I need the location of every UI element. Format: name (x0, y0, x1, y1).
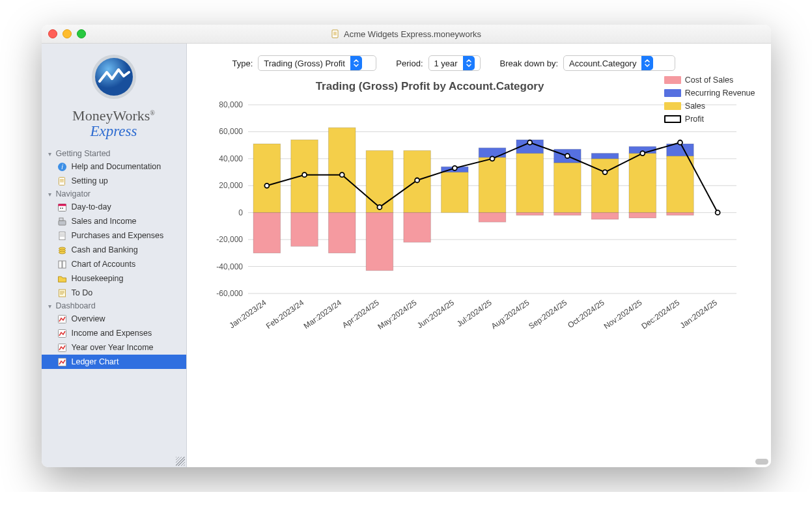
bar-segment (328, 213, 356, 253)
period-select-value: 1 year (429, 59, 463, 68)
bar-segment (553, 213, 581, 215)
nav-item[interactable]: Year over Year Income (42, 340, 186, 355)
legend-item: Recurring Revenue (664, 87, 755, 100)
svg-rect-10 (60, 180, 64, 181)
bar-segment (629, 154, 656, 213)
nav-group-header[interactable]: ▾Dashboard (42, 300, 186, 312)
svg-text:-40,000: -40,000 (216, 262, 243, 271)
doc-icon (57, 176, 67, 186)
bar-segment (403, 213, 430, 243)
x-tick-label: Jul:2024/25 (455, 298, 493, 329)
breakdown-select[interactable]: Account.Category (563, 55, 675, 71)
svg-rect-16 (59, 221, 66, 225)
main-content: Type: Trading (Gross) Profit Period: 1 y… (187, 44, 771, 467)
nav-item-label: Purchases and Expenses (72, 231, 164, 240)
nav-item[interactable]: Sales and Income (42, 214, 186, 228)
nav-item[interactable]: Ledger Chart (42, 355, 186, 369)
svg-rect-3 (333, 34, 337, 35)
nav-item-label: Cash and Banking (72, 245, 138, 254)
bar-segment (666, 213, 693, 215)
profit-point (677, 141, 682, 145)
chart-svg: -60,000-40,000-20,000020,00040,00060,000… (203, 98, 743, 346)
nav-item[interactable]: Cash and Banking (42, 243, 186, 257)
nav-item-label: Overview (72, 314, 105, 323)
resize-grip-icon[interactable] (176, 457, 185, 466)
calendar-icon (57, 202, 67, 212)
chart-icon (57, 343, 67, 353)
bar-segment (366, 213, 393, 271)
nav-group-header[interactable]: ▾Getting Started (42, 148, 186, 159)
bar-segment (553, 163, 581, 213)
svg-text:40,000: 40,000 (219, 154, 243, 163)
profit-point (415, 178, 419, 183)
nav-item[interactable]: iHelp and Documentation (42, 159, 186, 174)
chart-legend: Cost of SalesRecurring RevenueSalesProfi… (664, 74, 755, 126)
legend-label: Profit (685, 115, 704, 124)
coins-icon (57, 245, 67, 255)
book-icon (57, 260, 67, 269)
svg-text:80,000: 80,000 (219, 100, 243, 109)
x-tick-label: Nov:2024/25 (602, 298, 643, 331)
sidebar: MoneyWorks® Express ▾Getting StartediHel… (42, 44, 187, 467)
nav-item[interactable]: Setting up (42, 174, 186, 188)
svg-rect-9 (60, 179, 64, 180)
legend-item: Cost of Sales (664, 74, 755, 87)
svg-text:0: 0 (238, 208, 243, 217)
scroll-thumb[interactable] (755, 459, 768, 465)
chart-icon (57, 357, 67, 367)
period-label: Period: (396, 59, 423, 68)
nav-item-label: Year over Year Income (72, 343, 154, 352)
nav-tree: ▾Getting StartediHelp and DocumentationS… (42, 144, 186, 369)
brand-sub: Express (42, 123, 186, 140)
nav-item[interactable]: Income and Expenses (42, 326, 186, 340)
x-tick-label: Jan:2024/25 (678, 298, 718, 331)
disclosure-triangle-icon: ▾ (47, 150, 53, 157)
legend-label: Sales (685, 102, 705, 111)
chart-icon (57, 329, 67, 338)
bar-segment (253, 213, 281, 253)
x-tick-label: Jun:2024/25 (415, 298, 455, 331)
profit-point (377, 205, 382, 210)
chart-area: Cost of SalesRecurring RevenueSalesProfi… (203, 80, 755, 360)
nav-item[interactable]: Housekeeping (42, 271, 186, 286)
document-icon (331, 29, 340, 38)
profit-point (715, 210, 720, 215)
nav-group-header[interactable]: ▾Navigator (42, 188, 186, 200)
nav-item-label: Ledger Chart (72, 357, 119, 366)
bar-segment (479, 213, 506, 223)
period-select[interactable]: 1 year (428, 55, 481, 71)
nav-item[interactable]: Chart of Accounts (42, 257, 186, 271)
bar-segment (290, 213, 318, 247)
nav-item-label: Sales and Income (72, 217, 137, 226)
profit-point (527, 141, 532, 145)
profit-point (640, 151, 645, 156)
profit-point (302, 172, 307, 177)
folder-icon (57, 274, 67, 284)
legend-swatch-icon (664, 76, 681, 84)
svg-text:20,000: 20,000 (219, 181, 243, 190)
brand-block: MoneyWorks® Express (42, 44, 186, 144)
svg-rect-11 (60, 182, 64, 182)
svg-point-21 (59, 251, 65, 254)
app-logo-icon (90, 53, 138, 101)
nav-item-label: Help and Documentation (72, 162, 161, 171)
chevron-updown-icon (463, 56, 475, 70)
brand-name: MoneyWorks® (42, 107, 186, 124)
x-tick-label: May:2024/25 (376, 298, 418, 331)
nav-item[interactable]: Purchases and Expenses (42, 228, 186, 243)
profit-point (602, 170, 607, 174)
bar-segment (366, 150, 393, 212)
note-icon (57, 288, 67, 298)
type-select[interactable]: Trading (Gross) Profit (258, 55, 376, 71)
svg-text:-60,000: -60,000 (216, 289, 243, 298)
x-tick-label: Sep:2024/25 (527, 298, 568, 331)
nav-item[interactable]: Day-to-day (42, 200, 186, 214)
chart-icon (57, 314, 67, 324)
nav-item-label: Housekeeping (72, 274, 124, 283)
x-tick-label: Apr:2024/25 (341, 298, 381, 330)
nav-item[interactable]: Overview (42, 312, 186, 326)
nav-group-label: Getting Started (56, 149, 111, 158)
bar-segment (253, 144, 281, 213)
nav-item[interactable]: To Do (42, 286, 186, 300)
chevron-updown-icon (350, 56, 362, 70)
